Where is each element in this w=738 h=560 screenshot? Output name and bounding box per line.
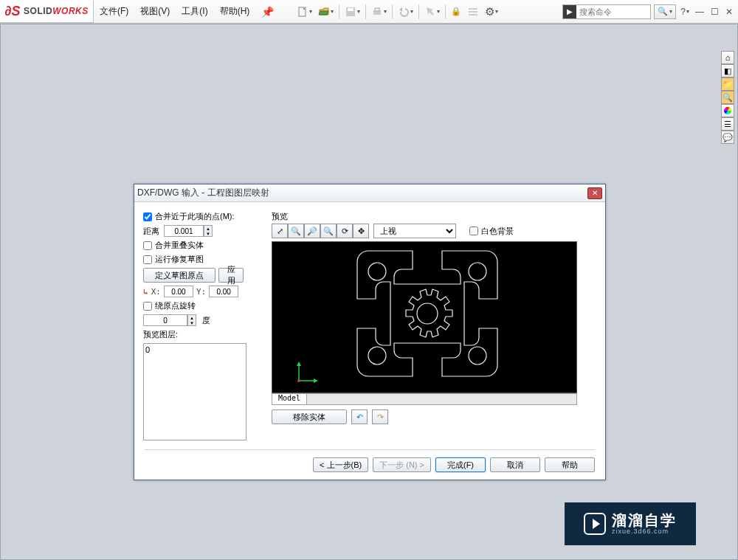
rotate-up[interactable]: ▲ <box>188 315 196 320</box>
x-input[interactable] <box>164 286 193 297</box>
rotate-origin-checkbox[interactable]: 绕原点旋转 <box>143 300 261 311</box>
define-origin-button[interactable]: 定义草图原点 <box>143 268 215 283</box>
svg-rect-4 <box>375 8 379 11</box>
undo-icon[interactable]: ↶ <box>351 409 368 424</box>
zoom-fit-icon[interactable]: ⤢ <box>272 224 288 238</box>
next-button: 下一步 (N) > <box>373 457 431 472</box>
command-icon[interactable]: ▶ <box>563 5 576 18</box>
pin-icon[interactable]: 📌 <box>255 6 280 18</box>
rotate-down[interactable]: ▼ <box>188 320 196 325</box>
select-button[interactable]: ▾ <box>422 3 442 21</box>
taskpane-properties-icon[interactable]: ☰ <box>721 117 734 131</box>
rotate-input[interactable] <box>143 314 187 326</box>
merge-overlap-checkbox[interactable]: 合并重叠实体 <box>143 240 261 251</box>
watermark-play-icon <box>584 513 606 535</box>
import-dialog: DXF/DWG 输入 - 工程图图层映射 ✕ 合并近于此项的点(M): 距离 ▲… <box>134 184 606 480</box>
apply-button[interactable]: 应用 <box>218 268 244 283</box>
layer-item-0[interactable]: 0 <box>145 345 244 354</box>
options-panel: 合并近于此项的点(M): 距离 ▲▼ 合并重叠实体 运行修复草图 <box>143 211 261 440</box>
print-button[interactable]: ▾ <box>369 3 389 21</box>
svg-rect-6 <box>469 11 477 13</box>
menu-view[interactable]: 视图(V) <box>134 1 176 22</box>
maximize-button[interactable]: ☐ <box>708 6 720 18</box>
watermark-main: 溜溜自学 <box>612 512 677 528</box>
options-list-button[interactable] <box>465 3 481 21</box>
dialog-titlebar: DXF/DWG 输入 - 工程图图层映射 ✕ <box>134 184 605 202</box>
open-button[interactable]: ▾ <box>316 3 336 21</box>
task-pane: ⌂ ◧ 📁 🔍 ☰ 💬 <box>721 51 736 144</box>
minimize-button[interactable]: — <box>694 6 706 18</box>
svg-point-13 <box>368 263 386 280</box>
undo-button[interactable]: ▾ <box>396 3 415 21</box>
preview-panel: 预览 ⤢ 🔍 🔎 🔍 ⟳ ✥ 上视 <box>272 211 596 440</box>
menu-bar: 文件(F) 视图(V) 工具(I) 帮助(H) 📌 <box>94 1 280 23</box>
model-tabstrip: Model <box>272 393 577 405</box>
view-select[interactable]: 上视 <box>373 224 456 238</box>
white-bg-label: 白色背景 <box>481 226 514 237</box>
svg-point-15 <box>368 347 386 364</box>
search-input[interactable] <box>576 7 650 16</box>
menu-file[interactable]: 文件(F) <box>94 1 134 22</box>
cancel-button[interactable]: 取消 <box>490 457 540 472</box>
zoom-area-icon[interactable]: 🔍 <box>288 224 304 238</box>
svg-rect-7 <box>469 14 477 15</box>
help-button[interactable]: 帮助 <box>545 457 595 472</box>
run-repair-checkbox[interactable]: 运行修复草图 <box>143 254 261 265</box>
distance-down[interactable]: ▼ <box>204 231 212 236</box>
preview-label: 预览 <box>272 211 288 222</box>
redo-icon[interactable]: ↷ <box>372 409 388 424</box>
help-dropdown[interactable]: ?▾ <box>679 6 691 18</box>
svg-marker-9 <box>297 362 301 366</box>
menu-help[interactable]: 帮助(H) <box>214 1 256 22</box>
menu-tools[interactable]: 工具(I) <box>176 1 213 22</box>
taskpane-appearance-icon[interactable] <box>721 104 734 117</box>
zoom-in-icon[interactable]: 🔎 <box>304 224 320 238</box>
search-button[interactable]: 🔍▾ <box>654 4 676 19</box>
view-toolbar: ⤢ 🔍 🔎 🔍 ⟳ ✥ <box>272 224 369 238</box>
save-button[interactable]: ▾ <box>342 3 362 21</box>
svg-point-14 <box>469 263 486 280</box>
pan-icon[interactable]: ✥ <box>353 224 369 238</box>
svg-point-17 <box>417 303 438 324</box>
white-bg-checkbox[interactable] <box>469 227 478 235</box>
workspace: ⌂ ◧ 📁 🔍 ☰ 💬 DXF/DWG 输入 - 工程图图层映射 ✕ 合并近于此… <box>0 24 738 560</box>
taskpane-library-icon[interactable]: 📁 <box>721 77 734 91</box>
origin-icon: ↳ <box>143 287 148 297</box>
application-toolbar: ∂S SOLIDWORKS 文件(F) 视图(V) 工具(I) 帮助(H) 📌 … <box>0 0 738 24</box>
taskpane-forum-icon[interactable]: 💬 <box>721 131 734 144</box>
zoom-out-icon[interactable]: 🔍 <box>320 224 337 238</box>
x-label: X: <box>151 287 161 297</box>
dialog-title: DXF/DWG 输入 - 工程图图层映射 <box>137 187 269 199</box>
svg-marker-11 <box>314 378 318 383</box>
logo-ds-icon: ∂S <box>4 4 21 19</box>
tab-model[interactable]: Model <box>272 394 307 404</box>
close-app-button[interactable]: ✕ <box>723 6 735 18</box>
merge-points-checkbox[interactable]: 合并近于此项的点(M): <box>143 211 261 222</box>
y-label: Y: <box>196 287 206 297</box>
y-input[interactable] <box>209 286 238 297</box>
svg-rect-5 <box>469 8 477 10</box>
taskpane-view-icon[interactable]: 🔍 <box>721 91 734 104</box>
quick-access-toolbar: ▾ ▾ ▾ ▾ ▾ ▾ 🔒 ⚙▾ <box>294 1 500 23</box>
rotate-view-icon[interactable]: ⟳ <box>337 224 353 238</box>
dialog-close-button[interactable]: ✕ <box>587 187 602 199</box>
right-tools: ▶ 🔍▾ ?▾ — ☐ ✕ <box>562 1 738 23</box>
taskpane-resources-icon[interactable]: ◧ <box>721 64 734 77</box>
rebuild-button[interactable]: 🔒 <box>449 3 463 21</box>
watermark-sub: zixue.3d66.com <box>612 528 677 536</box>
distance-up[interactable]: ▲ <box>204 226 212 231</box>
remove-entities-button[interactable]: 移除实体 <box>272 409 347 424</box>
preview-canvas[interactable] <box>272 241 577 393</box>
taskpane-home-icon[interactable]: ⌂ <box>721 51 734 64</box>
back-button[interactable]: < 上一步(B) <box>313 457 368 472</box>
distance-label: 距离 <box>143 226 159 237</box>
svg-point-16 <box>469 347 486 364</box>
settings-button[interactable]: ⚙▾ <box>483 3 500 21</box>
svg-rect-2 <box>348 8 354 11</box>
watermark: 溜溜自学 zixue.3d66.com <box>565 502 696 545</box>
new-button[interactable]: ▾ <box>294 3 314 21</box>
finish-button[interactable]: 完成(F) <box>435 457 486 472</box>
distance-input[interactable] <box>164 225 204 237</box>
layers-listbox[interactable]: 0 <box>143 343 246 440</box>
dialog-footer: < 上一步(B) 下一步 (N) > 完成(F) 取消 帮助 <box>145 449 595 480</box>
